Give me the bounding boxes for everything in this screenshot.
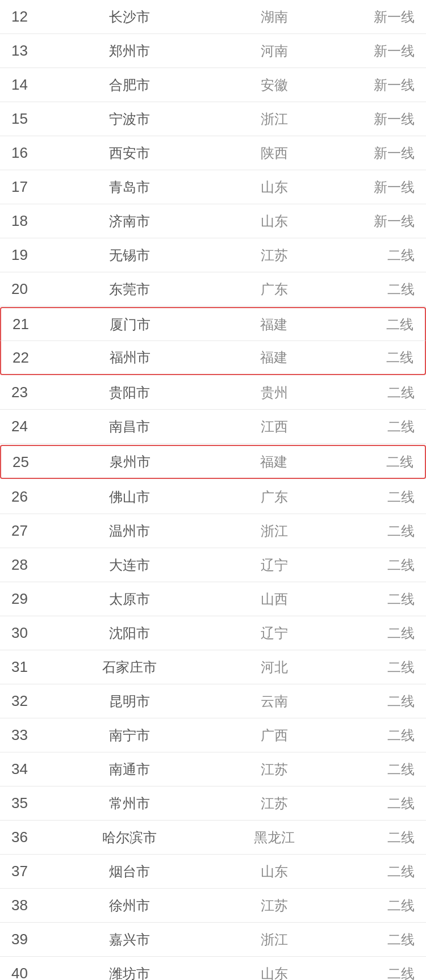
tier-cell: 二线	[346, 624, 415, 642]
rank-cell: 28	[11, 556, 57, 574]
tier-cell: 新一线	[346, 42, 415, 60]
city-cell: 宁波市	[57, 110, 202, 128]
city-cell: 合肥市	[57, 76, 202, 94]
tier-cell: 新一线	[346, 144, 415, 162]
rank-cell: 34	[11, 760, 57, 778]
province-cell: 福建	[202, 316, 345, 334]
city-cell: 福州市	[58, 348, 202, 367]
city-cell: 嘉兴市	[57, 931, 202, 949]
city-cell: 太原市	[57, 590, 202, 608]
tier-cell: 二线	[346, 418, 415, 436]
rank-cell: 30	[11, 624, 57, 642]
tier-cell: 二线	[346, 760, 415, 779]
tier-cell: 二线	[346, 863, 415, 881]
table-row: 30 沈阳市 辽宁 二线	[0, 616, 426, 650]
city-cell: 厦门市	[58, 316, 202, 334]
tier-cell: 二线	[346, 522, 415, 540]
tier-cell: 二线	[346, 556, 415, 574]
rank-cell: 32	[11, 692, 57, 710]
city-cell: 佛山市	[57, 488, 202, 506]
city-cell: 长沙市	[57, 8, 202, 26]
city-cell: 大连市	[57, 556, 202, 574]
rank-cell: 29	[11, 590, 57, 608]
province-cell: 山东	[202, 178, 346, 196]
tier-cell: 二线	[345, 453, 414, 471]
table-row: 12 长沙市 湖南 新一线	[0, 0, 426, 34]
province-cell: 江苏	[202, 760, 346, 779]
province-cell: 江西	[202, 418, 346, 436]
table-row: 32 昆明市 云南 二线	[0, 684, 426, 718]
city-cell: 郑州市	[57, 42, 202, 60]
province-cell: 山东	[202, 965, 346, 981]
province-cell: 云南	[202, 692, 346, 710]
city-cell: 常州市	[57, 794, 202, 813]
tier-cell: 新一线	[346, 178, 415, 196]
table-row: 34 南通市 江苏 二线	[0, 752, 426, 786]
city-cell: 烟台市	[57, 863, 202, 881]
rank-cell: 38	[11, 897, 57, 914]
tier-cell: 新一线	[346, 110, 415, 128]
province-cell: 浙江	[202, 931, 346, 949]
city-cell: 南通市	[57, 760, 202, 779]
province-cell: 广西	[202, 726, 346, 745]
city-cell: 南昌市	[57, 418, 202, 436]
city-cell: 哈尔滨市	[57, 828, 202, 847]
table-row: 14 合肥市 安徽 新一线	[0, 68, 426, 102]
table-row: 23 贵阳市 贵州 二线	[0, 376, 426, 410]
rank-cell: 18	[11, 212, 57, 230]
table-row: 38 徐州市 江苏 二线	[0, 889, 426, 923]
city-cell: 徐州市	[57, 897, 202, 915]
province-cell: 广东	[202, 280, 346, 298]
tier-cell: 二线	[346, 692, 415, 710]
table-row: 20 东莞市 广东 二线	[0, 272, 426, 306]
tier-cell: 二线	[346, 488, 415, 506]
rank-cell: 13	[11, 42, 57, 60]
province-cell: 广东	[202, 488, 346, 506]
rank-cell: 33	[11, 726, 57, 744]
tier-cell: 二线	[346, 590, 415, 608]
rank-cell: 15	[11, 110, 57, 128]
table-row: 29 太原市 山西 二线	[0, 582, 426, 616]
city-ranking-table: 12 长沙市 湖南 新一线 13 郑州市 河南 新一线 14 合肥市 安徽 新一…	[0, 0, 426, 980]
table-row: 19 无锡市 江苏 二线	[0, 238, 426, 272]
table-row: 36 哈尔滨市 黑龙江 二线	[0, 821, 426, 855]
table-row: 13 郑州市 河南 新一线	[0, 34, 426, 68]
province-cell: 福建	[202, 348, 345, 367]
tier-cell: 二线	[346, 280, 415, 298]
province-cell: 浙江	[202, 110, 346, 128]
table-row: 26 佛山市 广东 二线	[0, 480, 426, 514]
province-cell: 河北	[202, 658, 346, 676]
province-cell: 山西	[202, 590, 346, 608]
tier-cell: 二线	[346, 965, 415, 981]
city-cell: 南宁市	[57, 726, 202, 745]
province-cell: 辽宁	[202, 624, 346, 642]
table-row: 22 福州市 福建 二线	[0, 341, 426, 375]
province-cell: 山东	[202, 863, 346, 881]
province-cell: 河南	[202, 42, 346, 60]
rank-cell: 22	[12, 349, 58, 367]
city-cell: 无锡市	[57, 246, 202, 264]
city-cell: 东莞市	[57, 280, 202, 298]
tier-cell: 二线	[346, 384, 415, 402]
rank-cell: 19	[11, 246, 57, 264]
rank-cell: 25	[12, 453, 58, 471]
table-row: 24 南昌市 江西 二线	[0, 410, 426, 444]
tier-cell: 二线	[346, 794, 415, 813]
rank-cell: 39	[11, 931, 57, 948]
city-cell: 青岛市	[57, 178, 202, 196]
city-cell: 西安市	[57, 144, 202, 162]
rank-cell: 21	[12, 316, 58, 333]
table-row: 17 青岛市 山东 新一线	[0, 170, 426, 204]
tier-cell: 二线	[346, 897, 415, 915]
rank-cell: 36	[11, 828, 57, 846]
rank-cell: 37	[11, 863, 57, 880]
province-cell: 辽宁	[202, 556, 346, 574]
tier-cell: 新一线	[346, 8, 415, 26]
table-row: 18 济南市 山东 新一线	[0, 204, 426, 238]
city-cell: 济南市	[57, 212, 202, 230]
table-row: 31 石家庄市 河北 二线	[0, 650, 426, 684]
province-cell: 江苏	[202, 246, 346, 264]
rank-cell: 23	[11, 384, 57, 401]
city-cell: 沈阳市	[57, 624, 202, 642]
city-cell: 潍坊市	[57, 965, 202, 981]
